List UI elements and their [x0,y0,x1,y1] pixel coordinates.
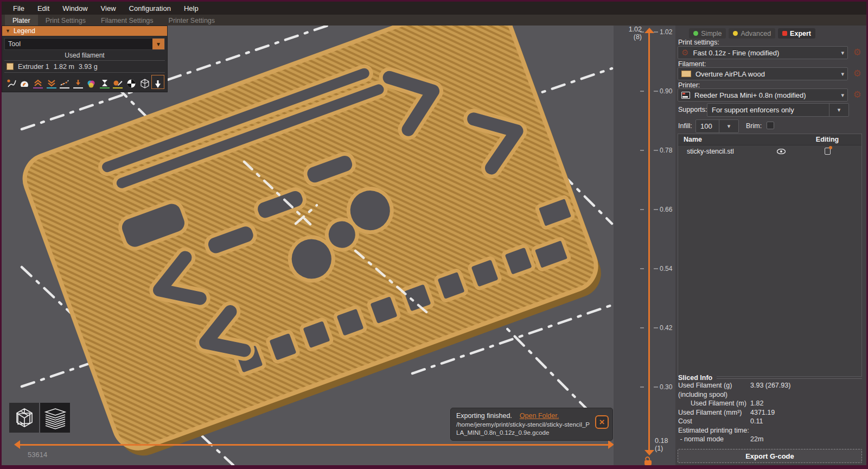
center-of-mass-icon[interactable] [125,75,137,88]
unlock-icon[interactable] [644,457,653,465]
open-folder-link[interactable]: Open Folder. [520,412,559,420]
menu-item[interactable]: File [7,3,30,14]
tool-changes-icon[interactable] [72,75,84,88]
menu-bar: FileEditWindowViewConfigurationHelp [2,2,866,15]
layer-slider-area: 1.02 (8) 1.02 0.90 0.78 0.66 [614,26,675,465]
infill-value: 100 [700,122,712,130]
retractions-icon[interactable] [32,75,44,88]
layer-slider-ticks: 1.02 0.90 0.78 0.66 0.54 0.42 [614,28,675,391]
gcode-preview-viewport[interactable]: ▼ Legend Tool ▼ Used filament Extruder 1… [2,26,614,465]
menu-item[interactable]: View [95,3,122,14]
brim-checkbox[interactable] [767,122,774,129]
infill-label: Infill: [678,122,692,130]
export-gcode-button[interactable]: Export G-code [678,449,862,463]
mode-color-dot [733,31,738,36]
seams-icon[interactable] [59,75,71,88]
slicer-window: FileEditWindowViewConfigurationHelp Plat… [0,0,868,469]
chevron-down-icon: ▾ [719,120,738,132]
close-notification-button[interactable]: × [595,415,609,429]
chevron-down-icon[interactable]: ▼ [152,39,164,49]
name-column-header[interactable]: Name [678,134,769,145]
notification-title: Exporting finished. [456,412,512,420]
layer-tick[interactable]: 0.30 [614,383,675,391]
layer-tick[interactable]: 0.90 [614,87,675,95]
view-mode-buttons [9,403,70,433]
extruder-row: Extruder 1 1.82 m 3.93 g [4,61,165,73]
menu-item[interactable]: Window [56,3,93,14]
modified-settings-icon: ⚙ [681,49,688,56]
object-name: sticky-stencil.stl [678,148,769,155]
extruder-length: 1.82 m [54,63,74,71]
sliced-info-row: Estimated printing time: [678,426,862,435]
tab[interactable]: Print Settings [38,15,93,26]
mode-color-dot [782,31,787,36]
supports-combo[interactable]: For support enforcers only ▾ [707,103,849,117]
sliced-info-row: (including spool) [678,390,862,400]
filament-label: Filament: [678,60,706,68]
print-settings-value: Fast 0.12z - Fine (modified) [693,49,779,57]
export-notification: Exporting finished.Open Folder. /home/je… [450,408,613,441]
chevron-down-icon: ▾ [829,104,848,116]
filament-combo[interactable]: Overture AirPLA wood ▾ [678,67,848,80]
chevron-down-icon: ▾ [841,92,844,99]
edit-object-icon[interactable] [825,148,831,155]
filament-value: Overture AirPLA wood [695,70,765,78]
filament-gear-button[interactable]: ⚙ [851,68,863,80]
chevron-down-icon: ▾ [841,71,844,78]
object-row[interactable]: sticky-stencil.stl [678,145,861,157]
custom-gcodes-icon[interactable] [112,75,124,88]
bottom-layer-number: (1) [655,445,668,452]
object-list: Name Editing sticky-stencil.stl [678,134,862,377]
right-panel: Simple Advanced Expert Print settings: ⚙… [675,26,866,465]
print-settings-label: Print settings: [678,39,719,46]
pause-prints-icon[interactable] [99,75,111,88]
view-type-select[interactable]: Tool ▼ [4,38,165,50]
extruder-color-swatch [7,63,14,70]
menu-item[interactable]: Edit [31,3,55,14]
wipe-icon[interactable] [19,75,31,88]
filament-color-swatch [681,71,691,77]
printer-combo[interactable]: Reeder Prusa Mini+ 0.8n (modified) ▾ [678,88,848,102]
shells-icon[interactable] [139,75,151,88]
legend-panel: ▼ Legend Tool ▼ Used filament Extruder 1… [2,26,168,92]
layer-tick[interactable]: 0.54 [614,265,675,272]
mode-button[interactable]: Expert [778,28,815,39]
menu-item[interactable]: Help [178,3,205,14]
color-changes-icon[interactable] [85,75,97,88]
printer-value: Reeder Prusa Mini+ 0.8n (modified) [694,91,806,99]
print-settings-combo[interactable]: ⚙ Fast 0.12z - Fine (modified) ▾ [678,46,848,59]
move-slider-track[interactable] [20,444,608,446]
supports-value: For support enforcers only [712,106,794,114]
chevron-down-icon: ▾ [841,49,844,56]
layer-tick[interactable]: 0.78 [614,147,675,154]
used-filament-header: Used filament [4,50,165,61]
visibility-eye-icon[interactable] [777,149,786,154]
move-slider-left-arrow[interactable] [14,440,20,449]
sliced-info-row: Cost 0.11 [678,417,862,426]
layers-view-button[interactable] [40,403,70,433]
mode-color-dot [693,31,698,36]
move-slider-right-arrow[interactable] [608,440,614,449]
printer-gear-button[interactable]: ⚙ [851,89,863,101]
infill-combo[interactable]: 100 ▾ [695,119,739,133]
print-settings-gear-button[interactable]: ⚙ [851,47,863,59]
sliced-info-row: - normal mode 22m [678,435,862,444]
travel-paths-icon[interactable] [5,75,17,88]
mode-button[interactable]: Advanced [729,28,775,39]
layer-slider-lower-handle[interactable] [644,450,654,455]
layer-tick[interactable]: 0.66 [614,206,675,213]
tab[interactable]: Filament Settings [93,15,161,26]
editing-column-header[interactable]: Editing [793,134,861,145]
layer-tick[interactable]: 1.02 [614,28,675,36]
tab[interactable]: Printer Settings [161,15,222,26]
view-type-value: Tool [8,40,21,48]
mode-button[interactable]: Simple [689,28,726,39]
legend-header[interactable]: ▼ Legend [2,26,167,36]
layer-tick[interactable]: 0.42 [614,324,675,332]
bottom-layer-height: 0.18 [655,437,668,445]
tool-marker-icon[interactable] [152,75,164,88]
deretractions-icon[interactable] [46,75,58,88]
menu-item[interactable]: Configuration [123,3,177,14]
3d-view-button[interactable] [9,403,39,433]
tab[interactable]: Plater [5,15,38,26]
